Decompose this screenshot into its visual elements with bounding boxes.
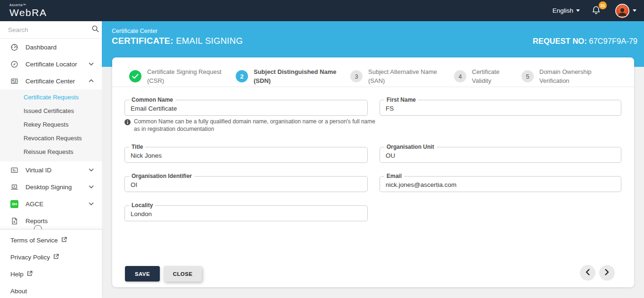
certificate-card-icon	[10, 77, 18, 85]
previous-step-button[interactable]	[580, 265, 595, 281]
step-csr[interactable]: Certificate Signing Request(CSR)	[129, 67, 222, 85]
virtual-id-card-icon	[10, 166, 18, 174]
sidebar-item-certificate-center[interactable]: Certificate Center	[0, 72, 102, 89]
chevron-left-icon	[586, 269, 590, 277]
field-label: Organisation Identifier	[129, 173, 194, 179]
step-san[interactable]: 3 Subject Alternative Name(SAN)	[350, 67, 437, 85]
check-circle-icon	[129, 70, 141, 82]
locality-input[interactable]	[125, 206, 367, 221]
title-input[interactable]	[125, 147, 367, 162]
certificate-form-card: Certificate Signing Request(CSR) 2 Subje…	[112, 57, 634, 287]
next-step-button[interactable]	[599, 265, 615, 281]
sidebar-item-label: Dashboard	[25, 44, 57, 51]
language-label: English	[553, 7, 573, 14]
chevron-down-icon	[89, 202, 94, 206]
brand-webra-label: WebRA	[9, 8, 47, 17]
common-name-hint: Common Name can be a fully qualified dom…	[124, 118, 379, 133]
brand-ascertia-label: Ascertia™	[9, 4, 47, 7]
email-input[interactable]	[380, 177, 621, 192]
field-label: Organisation Unit	[384, 144, 437, 150]
brand-logo[interactable]: Ascertia™ WebRA	[9, 4, 47, 18]
page-title: CERTIFICATE: EMAIL SIGNING	[112, 36, 243, 46]
organisation-identifier-field: Organisation Identifier	[124, 176, 368, 192]
sidebar-item-label: Virtual ID	[25, 167, 51, 174]
sidebar-item-label: Certificate Locator	[25, 61, 77, 68]
chevron-down-icon	[89, 185, 94, 189]
step-domain-ownership[interactable]: 5 Domain OwnershipVerification	[521, 67, 592, 85]
sidebar-item-issued-certificates[interactable]: Issued Certificates	[0, 104, 102, 118]
sidebar-item-certificate-locator[interactable]: Certificate Locator	[0, 56, 102, 72]
step-number-circle: 3	[350, 70, 363, 82]
field-label: Title	[129, 144, 145, 150]
field-label: First Name	[384, 97, 418, 103]
common-name-field: Common Name	[124, 100, 368, 116]
sidebar-item-desktop-signing[interactable]: Desktop Signing	[0, 178, 102, 195]
step-sdn[interactable]: 2 Subject Distinguished Name(SDN)	[236, 67, 337, 85]
terms-of-service-link[interactable]: Terms of Service	[0, 232, 102, 249]
title-field: Title	[124, 147, 368, 163]
sidebar-item-agce[interactable]: SH AGCE	[0, 195, 102, 212]
email-field: Email	[380, 176, 621, 192]
field-label: Common Name	[129, 97, 175, 103]
step-number-circle: 2	[236, 70, 248, 82]
sidebar-item-certificate-requests[interactable]: Certificate Requests	[0, 90, 102, 104]
chevron-down-icon	[89, 168, 94, 172]
step-validity[interactable]: 4 CertificateValidity	[454, 67, 500, 85]
locality-field: Locality	[124, 205, 368, 221]
chevron-down-icon	[89, 62, 94, 66]
user-menu[interactable]	[615, 4, 636, 18]
sidebar-item-label: Certificate Center	[25, 78, 75, 85]
stepper-divider	[112, 87, 634, 87]
privacy-policy-link[interactable]: Privacy Policy	[0, 249, 102, 266]
chevron-up-icon	[89, 79, 94, 83]
chevron-right-icon	[605, 269, 609, 277]
avatar	[615, 4, 629, 18]
search-icon[interactable]	[91, 25, 99, 34]
search-input[interactable]	[8, 26, 91, 33]
search-bar	[0, 21, 102, 39]
sidebar-item-label: AGCE	[25, 201, 43, 208]
chevron-down-icon	[576, 9, 580, 12]
sidebar-item-virtual-id[interactable]: Virtual ID	[0, 161, 102, 178]
document-icon	[10, 217, 18, 225]
request-number: REQUEST NO: 67C97F9A-79	[533, 37, 637, 46]
certificate-center-submenu: Certificate Requests Issued Certificates…	[0, 89, 102, 161]
step-number-circle: 5	[521, 70, 534, 82]
sidebar-item-label: Reports	[25, 217, 48, 225]
sidebar: Dashboard Certificate Locator Certificat…	[0, 21, 102, 298]
sh-green-square-icon: SH	[10, 200, 18, 208]
sidebar-item-label: Desktop Signing	[25, 184, 72, 191]
sidebar-nav: Dashboard Certificate Locator Certificat…	[0, 39, 102, 229]
compass-icon	[10, 60, 18, 68]
notification-badge: 31	[599, 1, 607, 9]
help-link[interactable]: Help	[0, 266, 102, 282]
step-number-circle: 4	[454, 70, 466, 82]
dashboard-gauge-icon	[10, 43, 18, 51]
organisation-unit-field: Organisation Unit	[380, 147, 621, 163]
field-label: Email	[384, 173, 404, 179]
sidebar-item-reissue-requests[interactable]: Reissue Requests	[0, 145, 102, 159]
external-link-icon	[61, 237, 67, 244]
sidebar-item-reports[interactable]: Reports	[0, 212, 102, 229]
sidebar-item-dashboard[interactable]: Dashboard	[0, 39, 102, 56]
laptop-signing-icon	[10, 183, 18, 191]
about-link[interactable]: About	[0, 282, 102, 298]
sidebar-item-rekey-requests[interactable]: Rekey Requests	[0, 118, 102, 131]
external-link-icon	[53, 254, 59, 261]
chevron-down-icon	[633, 9, 636, 12]
topbar: Ascertia™ WebRA English 31	[0, 0, 644, 21]
field-label: Locality	[129, 202, 155, 209]
close-button[interactable]: CLOSE	[164, 266, 202, 282]
external-link-icon	[27, 271, 33, 278]
breadcrumb: Certificate Center	[112, 28, 157, 34]
sidebar-item-revocation-requests[interactable]: Revocation Requests	[0, 131, 102, 145]
sidebar-footer: Terms of Service Privacy Policy Help	[0, 229, 102, 298]
language-selector[interactable]: English	[553, 7, 580, 14]
notifications-button[interactable]: 31	[591, 5, 601, 17]
first-name-field: First Name	[380, 100, 621, 116]
bell-icon	[591, 8, 601, 16]
info-icon	[124, 118, 131, 133]
save-button[interactable]: SAVE	[125, 266, 160, 282]
